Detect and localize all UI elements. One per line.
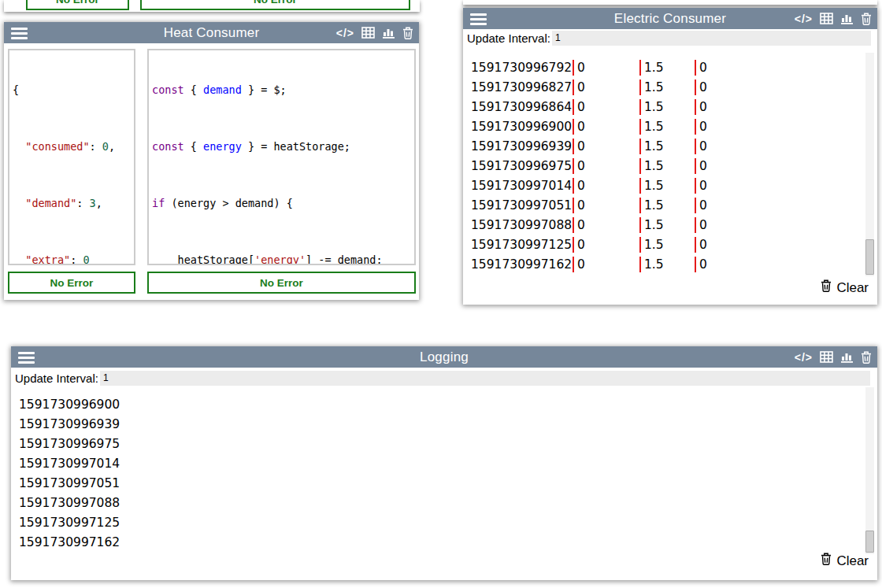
table-cell-timestamp: 1591730996900 — [471, 119, 573, 135]
table-cell-value: 1.5 — [639, 60, 695, 76]
heat-consumer-panel: Heat Consumer </> { "consumed": 0, "dema… — [4, 22, 419, 300]
clear-button[interactable]: Clear — [821, 553, 869, 569]
panel-header: Logging </> — [11, 346, 877, 368]
table-cell-timestamp: 1591730997125 — [471, 237, 573, 253]
table-cell-value: 0 — [695, 178, 863, 194]
table-cell-value: 1.5 — [639, 80, 695, 95]
table-row: 1591730997014 0 1.5 0 — [471, 178, 863, 194]
log-entry: 1591730997051 — [19, 475, 862, 491]
table-cell-value: 1.5 — [639, 119, 695, 135]
update-interval-label: Update Interval: — [467, 31, 552, 45]
no-error-button[interactable]: No Error — [26, 0, 129, 10]
scrollbar[interactable] — [865, 387, 874, 554]
trash-icon — [821, 553, 832, 569]
table-cell-timestamp: 1591730997088 — [471, 217, 573, 233]
update-interval-input[interactable]: 1 — [100, 371, 870, 386]
table-cell-value: 1.5 — [639, 158, 695, 174]
cutoff-panel-strip — [463, 0, 877, 5]
table-cell-value: 0 — [573, 99, 639, 115]
table-cell-value: 0 — [573, 80, 639, 95]
trash-icon[interactable] — [402, 27, 413, 39]
table-cell-value: 1.5 — [639, 217, 695, 233]
table-cell-value: 1.5 — [639, 257, 695, 272]
trash-icon[interactable] — [861, 13, 872, 25]
code-line: heatStorage['energy'] -= demand; — [152, 253, 411, 265]
table-row: 1591730996975 0 1.5 0 — [471, 158, 863, 174]
log-entry: 1591730996975 — [19, 436, 862, 452]
code-line: if (energy > demand) { — [152, 196, 411, 210]
data-table: 1591730996792 0 1.5 0 1591730996827 0 1.… — [471, 60, 863, 276]
table-cell-value: 0 — [573, 237, 639, 253]
table-cell-timestamp: 1591730996827 — [471, 80, 573, 95]
code-icon[interactable]: </> — [795, 351, 813, 364]
clear-label: Clear — [836, 280, 869, 296]
scrollbar-thumb[interactable] — [865, 531, 874, 553]
panel-header: Electric Consumer </> — [463, 8, 877, 29]
electric-consumer-panel: Electric Consumer </> Update Interval: 1… — [463, 8, 877, 305]
cutoff-panel-top: No Error No Error — [4, 0, 420, 12]
table-cell-timestamp: 1591730996792 — [471, 60, 573, 76]
table-cell-timestamp: 1591730996864 — [471, 99, 573, 115]
code-line: { — [13, 83, 131, 97]
table-row: 1591730996900 0 1.5 0 — [471, 119, 863, 135]
chart-icon[interactable] — [382, 27, 395, 39]
scrollbar[interactable] — [865, 53, 874, 276]
table-cell-value: 0 — [695, 198, 863, 213]
table-cell-value: 0 — [573, 60, 639, 76]
no-error-button[interactable]: No Error — [147, 272, 416, 294]
table-cell-value: 0 — [695, 119, 863, 135]
table-icon[interactable] — [820, 13, 833, 24]
panel-title: Logging — [11, 349, 877, 365]
no-error-button[interactable]: No Error — [140, 0, 410, 10]
update-interval-label: Update Interval: — [15, 372, 100, 385]
code-icon[interactable]: </> — [336, 27, 354, 39]
log-entry: 1591730996939 — [19, 416, 862, 432]
update-interval-input[interactable]: 1 — [552, 31, 871, 46]
table-row: 1591730997125 0 1.5 0 — [471, 237, 863, 253]
table-cell-value: 1.5 — [639, 139, 695, 154]
log-entry: 1591730997088 — [19, 495, 862, 511]
table-icon[interactable] — [361, 27, 375, 39]
table-cell-value: 0 — [695, 217, 863, 233]
code-editor[interactable]: const { demand } = $; const { energy } =… — [147, 49, 416, 265]
chart-icon[interactable] — [840, 351, 854, 363]
table-row: 1591730997162 0 1.5 0 — [471, 257, 863, 272]
clear-button[interactable]: Clear — [821, 279, 869, 296]
table-cell-value: 0 — [573, 139, 639, 154]
code-line: "consumed": 0, — [13, 139, 131, 153]
table-cell-value: 0 — [695, 237, 863, 253]
logging-panel: Logging </> Update Interval: 1 159173099… — [11, 346, 877, 580]
chart-icon[interactable] — [840, 13, 854, 24]
table-row: 1591730996827 0 1.5 0 — [471, 80, 863, 95]
table-cell-timestamp: 1591730996975 — [471, 158, 573, 174]
state-json-editor[interactable]: { "consumed": 0, "demand": 3, "extra": 0… — [8, 49, 135, 265]
table-cell-timestamp: 1591730997014 — [471, 178, 573, 194]
code-line: const { demand } = $; — [152, 83, 411, 97]
log-entry: 1591730997014 — [19, 456, 862, 472]
table-cell-value: 0 — [695, 257, 863, 272]
table-cell-timestamp: 1591730996939 — [471, 139, 573, 154]
table-cell-value: 0 — [573, 217, 639, 233]
log-list: 1591730996900 1591730996939 159173099697… — [19, 397, 862, 554]
table-cell-timestamp: 1591730997051 — [471, 198, 573, 213]
code-icon[interactable]: </> — [795, 13, 813, 25]
no-error-button[interactable]: No Error — [8, 272, 135, 294]
scrollbar-thumb[interactable] — [865, 239, 874, 275]
table-cell-value: 0 — [695, 60, 863, 76]
table-cell-value: 1.5 — [639, 198, 695, 213]
code-line: "demand": 3, — [13, 196, 131, 210]
table-cell-value: 0 — [573, 158, 639, 174]
table-cell-value: 0 — [573, 178, 639, 194]
table-row: 1591730996864 0 1.5 0 — [471, 99, 863, 115]
panel-header: Heat Consumer </> — [4, 22, 419, 43]
trash-icon[interactable] — [861, 351, 872, 364]
table-row: 1591730997088 0 1.5 0 — [471, 217, 863, 233]
table-cell-value: 0 — [695, 158, 863, 174]
table-row: 1591730996939 0 1.5 0 — [471, 139, 863, 154]
table-icon[interactable] — [820, 351, 833, 363]
table-row: 1591730997051 0 1.5 0 — [471, 198, 863, 213]
table-cell-value: 0 — [695, 80, 863, 95]
table-cell-value: 0 — [573, 257, 639, 272]
table-cell-value: 1.5 — [639, 99, 695, 115]
table-cell-value: 0 — [573, 119, 639, 135]
